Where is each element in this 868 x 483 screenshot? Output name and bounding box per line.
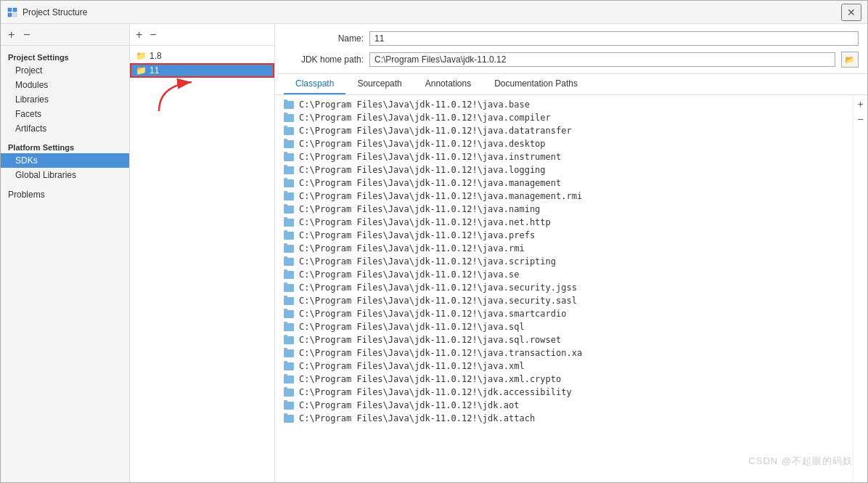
svg-rect-0: [8, 8, 12, 12]
detail-name-row: Name:: [284, 31, 859, 46]
close-button[interactable]: ✕: [841, 4, 861, 21]
detail-path-row: JDK home path: 📂: [284, 52, 859, 68]
detail-panel: Name: JDK home path: 📂 Classpath Sourcep…: [275, 24, 867, 482]
detail-header: Name: JDK home path: 📂: [275, 24, 867, 74]
classpath-item[interactable]: C:\Program Files\Java\jdk-11.0.12!\java.…: [275, 346, 853, 360]
sidebar-item-artifacts[interactable]: Artifacts: [1, 121, 129, 136]
classpath-item[interactable]: C:\Program Files\Java\jdk-11.0.12!\java.…: [275, 320, 853, 333]
sidebar-item-facets[interactable]: Facets: [1, 107, 129, 121]
window-title: Project Structure: [22, 7, 87, 17]
sidebar-toolbar: + −: [1, 24, 129, 46]
detail-tabs: Classpath Sourcepath Annotations Documen…: [275, 74, 867, 95]
classpath-item[interactable]: C:\Program Files\Java\jdk-11.0.12!\java.…: [275, 98, 853, 111]
svg-rect-2: [8, 13, 12, 17]
classpath-item[interactable]: C:\Program Files\Java\jdk-11.0.12!\java.…: [275, 150, 853, 163]
jdk-path-label: JDK home path:: [284, 54, 364, 65]
classpath-item[interactable]: C:\Program Files\Java\jdk-11.0.12!\java.…: [275, 360, 853, 373]
sidebar-item-sdks[interactable]: SDKs: [1, 153, 129, 168]
classpath-item[interactable]: C:\Program Files\Java\jdk-11.0.12!\java.…: [275, 268, 853, 281]
classpath-item[interactable]: C:\Program Files\Java\jdk-11.0.12!\jdk.a…: [275, 386, 853, 399]
sidebar-remove-button[interactable]: −: [22, 28, 31, 41]
sdk-item-11[interactable]: 📁 11: [130, 63, 274, 78]
name-label: Name:: [284, 33, 364, 44]
jdk-path-input[interactable]: [369, 52, 835, 67]
sidebar-add-button[interactable]: +: [7, 28, 16, 41]
sidebar-item-global-libraries[interactable]: Global Libraries: [1, 168, 129, 182]
sidebar-nav: Project Settings Project Modules Librari…: [1, 46, 129, 482]
classpath-item[interactable]: C:\Program Files\Java\jdk-11.0.12!\java.…: [275, 176, 853, 190]
classpath-item[interactable]: C:\Program Files\Java\jdk-11.0.12!\java.…: [275, 333, 853, 346]
classpath-item[interactable]: C:\Program Files\Java\jdk-11.0.12!\java.…: [275, 294, 853, 307]
classpath-item[interactable]: C:\Program Files\Java\jdk-11.0.12!\jdk.a…: [275, 412, 853, 425]
sdk-remove-button[interactable]: −: [148, 29, 157, 41]
sidebar-item-problems[interactable]: Problems: [1, 182, 129, 202]
classpath-item[interactable]: C:\Program Files\Java\jdk-11.0.12!\java.…: [275, 281, 853, 294]
sdk-item-18[interactable]: 📁 1.8: [130, 49, 274, 63]
sdk-add-button[interactable]: +: [134, 29, 144, 41]
classpath-item[interactable]: C:\Program Files\Java\jdk-11.0.12!\java.…: [275, 216, 853, 229]
classpath-item[interactable]: C:\Program Files\Java\jdk-11.0.12!\java.…: [275, 229, 853, 242]
svg-rect-3: [13, 13, 17, 17]
sdk-list-content: 📁 1.8 📁 11: [130, 46, 274, 482]
svg-rect-1: [13, 8, 17, 12]
folder-icon-18: 📁: [136, 51, 147, 61]
classpath-item[interactable]: C:\Program Files\Java\jdk-11.0.12!\java.…: [275, 255, 853, 268]
tab-documentation[interactable]: Documentation Paths: [483, 74, 589, 94]
classpath-item[interactable]: C:\Program Files\Java\jdk-11.0.12!\java.…: [275, 373, 853, 386]
classpath-item[interactable]: C:\Program Files\Java\jdk-11.0.12!\java.…: [275, 203, 853, 216]
classpath-item[interactable]: C:\Program Files\Java\jdk-11.0.12!\jdk.a…: [275, 399, 853, 412]
classpath-item[interactable]: C:\Program Files\Java\jdk-11.0.12!\java.…: [275, 124, 853, 137]
tab-classpath[interactable]: Classpath: [284, 74, 345, 94]
classpath-add-button[interactable]: +: [857, 98, 863, 110]
classpath-item[interactable]: C:\Program Files\Java\jdk-11.0.12!\java.…: [275, 163, 853, 176]
folder-icon-11: 📁: [136, 65, 147, 76]
sidebar-item-project[interactable]: Project: [1, 63, 129, 78]
sdk-list-toolbar: + −: [130, 24, 274, 46]
classpath-item[interactable]: C:\Program Files\Java\jdk-11.0.12!\java.…: [275, 190, 853, 203]
classpath-item[interactable]: C:\Program Files\Java\jdk-11.0.12!\java.…: [275, 242, 853, 255]
sidebar-item-modules[interactable]: Modules: [1, 78, 129, 92]
project-settings-section: Project Settings: [1, 49, 129, 63]
classpath-remove-button[interactable]: −: [857, 113, 863, 126]
platform-settings-section: Platform Settings: [1, 136, 129, 153]
name-input[interactable]: [369, 31, 859, 46]
sdk-list-panel: + − 📁 1.8 📁 11: [130, 24, 275, 482]
app-icon: [7, 7, 18, 18]
classpath-item[interactable]: C:\Program Files\Java\jdk-11.0.12!\java.…: [275, 111, 853, 124]
tab-annotations[interactable]: Annotations: [414, 74, 483, 94]
classpath-sidebar: + −: [853, 95, 867, 482]
classpath-list[interactable]: C:\Program Files\Java\jdk-11.0.12!\java.…: [275, 95, 853, 482]
sidebar: + − Project Settings Project Modules Lib…: [1, 24, 130, 482]
classpath-container: C:\Program Files\Java\jdk-11.0.12!\java.…: [275, 95, 867, 482]
title-bar: Project Structure ✕: [1, 1, 867, 24]
classpath-item[interactable]: C:\Program Files\Java\jdk-11.0.12!\java.…: [275, 307, 853, 320]
browse-button[interactable]: 📂: [841, 52, 859, 68]
classpath-item[interactable]: C:\Program Files\Java\jdk-11.0.12!\java.…: [275, 137, 853, 150]
tab-sourcepath[interactable]: Sourcepath: [345, 74, 413, 94]
sidebar-item-libraries[interactable]: Libraries: [1, 92, 129, 107]
